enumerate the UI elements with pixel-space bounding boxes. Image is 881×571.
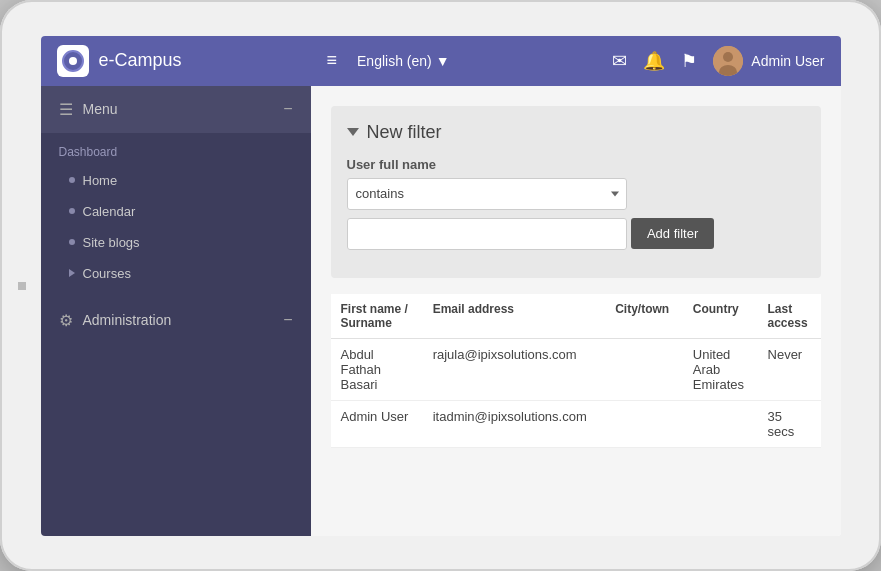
- col-country: Country: [683, 294, 758, 339]
- admin-label-text: Administration: [83, 312, 172, 328]
- arrow-icon: [69, 269, 75, 277]
- brand-logo-inner: [62, 50, 84, 72]
- users-table: First name /Surname Email address City/t…: [331, 294, 821, 448]
- user-name: Admin User: [751, 53, 824, 69]
- bullet-icon: [69, 177, 75, 183]
- filter-input[interactable]: [347, 218, 627, 250]
- user-menu[interactable]: Admin User: [713, 46, 824, 76]
- table-row[interactable]: AbdulFathahBasari rajula@ipixsolutions.c…: [331, 338, 821, 400]
- header-nav: ≡ English (en) ▼: [311, 50, 597, 71]
- col-name: First name /Surname: [331, 294, 423, 339]
- col-last-access: Lastaccess: [758, 294, 821, 339]
- add-filter-button[interactable]: Add filter: [631, 218, 714, 249]
- sidebar-dashboard-section: Dashboard: [41, 133, 311, 165]
- header: e-Campus ≡ English (en) ▼ ✉ 🔔 ⚑: [41, 36, 841, 86]
- filter-select[interactable]: contains does not contain is equal to st…: [347, 178, 627, 210]
- sidebar: ☰ Menu − Dashboard Home Calendar Site: [41, 86, 311, 536]
- filter-title: New filter: [347, 122, 805, 143]
- sidebar-courses-label: Courses: [83, 266, 131, 281]
- cell-name: Admin User: [331, 400, 423, 447]
- cell-email: rajula@ipixsolutions.com: [423, 338, 606, 400]
- sidebar-item-courses[interactable]: Courses: [41, 258, 311, 289]
- side-button: [18, 282, 26, 290]
- language-arrow: ▼: [436, 53, 450, 69]
- sidebar-item-site-blogs[interactable]: Site blogs: [41, 227, 311, 258]
- language-label: English (en): [357, 53, 432, 69]
- brand-logo-dot: [69, 57, 77, 65]
- filter-triangle-icon: [347, 128, 359, 136]
- filter-title-text: New filter: [367, 122, 442, 143]
- sidebar-menu-header: ☰ Menu −: [41, 86, 311, 133]
- cell-country: [683, 400, 758, 447]
- language-selector[interactable]: English (en) ▼: [357, 53, 450, 69]
- cell-last-access: Never: [758, 338, 821, 400]
- brand-area: e-Campus: [41, 45, 311, 77]
- filter-section: New filter User full name contains does …: [331, 106, 821, 278]
- menu-label-text: Menu: [83, 101, 118, 117]
- svg-point-1: [723, 52, 733, 62]
- cell-name: AbdulFathahBasari: [331, 338, 423, 400]
- table-row[interactable]: Admin User itadmin@ipixsolutions.com 35s…: [331, 400, 821, 447]
- mail-icon[interactable]: ✉: [612, 50, 627, 72]
- menu-icon: ☰: [59, 100, 73, 119]
- sidebar-admin-label: ⚙ Administration: [59, 311, 172, 330]
- brand-logo: [57, 45, 89, 77]
- filter-field-label: User full name: [347, 157, 805, 172]
- col-city: City/town: [605, 294, 683, 339]
- cell-email: itadmin@ipixsolutions.com: [423, 400, 606, 447]
- cell-city: [605, 338, 683, 400]
- admin-collapse-icon[interactable]: −: [283, 311, 292, 329]
- sidebar-item-home[interactable]: Home: [41, 165, 311, 196]
- main-content: New filter User full name contains does …: [311, 86, 841, 536]
- cell-last-access: 35secs: [758, 400, 821, 447]
- cell-country: UnitedArabEmirates: [683, 338, 758, 400]
- admin-icon: ⚙: [59, 311, 73, 330]
- flag-icon[interactable]: ⚑: [681, 50, 697, 72]
- avatar-image: [713, 46, 743, 76]
- body: ☰ Menu − Dashboard Home Calendar Site: [41, 86, 841, 536]
- bell-icon[interactable]: 🔔: [643, 50, 665, 72]
- bullet-icon: [69, 208, 75, 214]
- tablet-frame: e-Campus ≡ English (en) ▼ ✉ 🔔 ⚑: [0, 0, 881, 571]
- sidebar-site-blogs-label: Site blogs: [83, 235, 140, 250]
- sidebar-admin-header: ⚙ Administration −: [41, 297, 311, 344]
- sidebar-menu-label: ☰ Menu: [59, 100, 118, 119]
- bullet-icon: [69, 239, 75, 245]
- brand-name: e-Campus: [99, 50, 182, 71]
- header-icons: ✉ 🔔 ⚑ Admin User: [596, 46, 840, 76]
- tablet-screen: e-Campus ≡ English (en) ▼ ✉ 🔔 ⚑: [41, 36, 841, 536]
- table-header-row: First name /Surname Email address City/t…: [331, 294, 821, 339]
- sidebar-item-calendar[interactable]: Calendar: [41, 196, 311, 227]
- sidebar-collapse-icon[interactable]: −: [283, 100, 292, 118]
- hamburger-icon[interactable]: ≡: [327, 50, 338, 71]
- sidebar-home-label: Home: [83, 173, 118, 188]
- sidebar-calendar-label: Calendar: [83, 204, 136, 219]
- cell-city: [605, 400, 683, 447]
- filter-select-wrapper: contains does not contain is equal to st…: [347, 178, 627, 210]
- avatar: [713, 46, 743, 76]
- col-email: Email address: [423, 294, 606, 339]
